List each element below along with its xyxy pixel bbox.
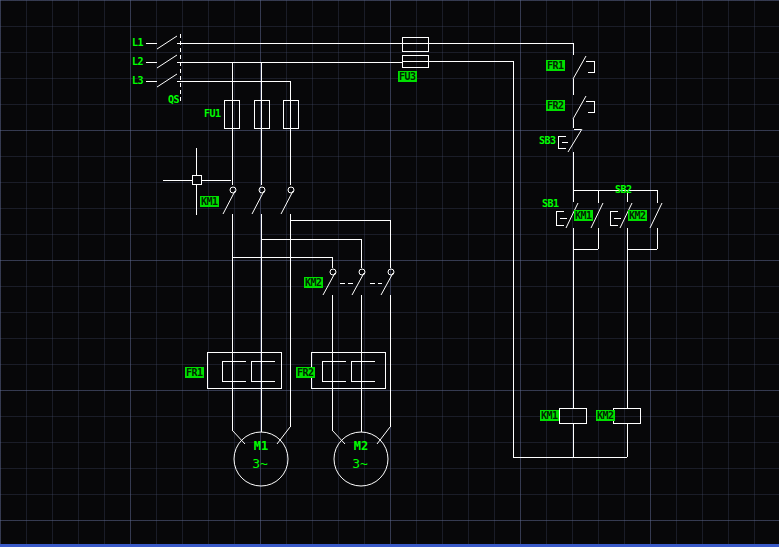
label-sb1[interactable]: SB1 xyxy=(542,198,559,209)
label-km1-coil[interactable]: KM1 xyxy=(540,410,559,421)
label-fu1[interactable]: FU1 xyxy=(204,108,221,119)
control-branch-wires[interactable] xyxy=(513,190,657,457)
km1-main-contacts[interactable] xyxy=(223,187,294,214)
label-l2[interactable]: L2 xyxy=(132,56,143,67)
fr1-overload-relay[interactable] xyxy=(207,352,281,388)
label-qs[interactable]: QS xyxy=(168,94,179,105)
km2-coil[interactable] xyxy=(613,408,640,423)
km1-aux-contact[interactable] xyxy=(591,190,603,249)
label-l1[interactable]: L1 xyxy=(132,37,143,48)
label-fr2-ctrl[interactable]: FR2 xyxy=(546,100,565,111)
cad-pickbox xyxy=(192,175,201,184)
label-km2-aux[interactable]: KM2 xyxy=(628,210,647,221)
label-fr2-main[interactable]: FR2 xyxy=(296,367,315,378)
label-fr1-main[interactable]: FR1 xyxy=(185,367,204,378)
label-motor1-name[interactable]: M1 xyxy=(254,440,268,453)
label-km1-main[interactable]: KM1 xyxy=(200,196,219,207)
label-km2-main[interactable]: KM2 xyxy=(304,277,323,288)
circuit-drawing xyxy=(0,0,779,547)
power-supply-wires[interactable] xyxy=(177,43,573,457)
fr2-overload-relay[interactable] xyxy=(311,352,385,388)
fu3-control-fuses[interactable] xyxy=(402,37,428,67)
km2-main-contacts[interactable] xyxy=(323,269,394,427)
label-l3[interactable]: L3 xyxy=(132,75,143,86)
label-fr1-ctrl[interactable]: FR1 xyxy=(546,60,565,71)
cad-canvas[interactable]: L1 L2 L3 QS FU1 SB3 SB1 SB2 FU3 KM1 KM2 … xyxy=(0,0,779,547)
fr1-nc-contact[interactable] xyxy=(573,56,594,95)
motor-m2[interactable] xyxy=(332,388,390,486)
label-km2-coil[interactable]: KM2 xyxy=(596,410,615,421)
main-circuit-wires[interactable] xyxy=(232,214,390,427)
cad-crosshair-cursor xyxy=(163,148,231,215)
label-motor1-type[interactable]: 3~ xyxy=(252,457,268,470)
motor-m1[interactable] xyxy=(232,388,290,486)
fr2-nc-contact[interactable] xyxy=(573,96,594,128)
sb3-stop-button[interactable] xyxy=(558,129,582,190)
label-km1-aux[interactable]: KM1 xyxy=(574,210,593,221)
km2-aux-contact[interactable] xyxy=(650,190,662,249)
km1-coil[interactable] xyxy=(559,408,586,423)
label-fu3[interactable]: FU3 xyxy=(398,71,417,82)
fu1-fuse-group[interactable] xyxy=(224,100,298,185)
label-motor2-name[interactable]: M2 xyxy=(354,440,368,453)
label-sb3[interactable]: SB3 xyxy=(539,135,556,146)
label-motor2-type[interactable]: 3~ xyxy=(352,457,368,470)
label-sb2[interactable]: SB2 xyxy=(615,184,632,195)
